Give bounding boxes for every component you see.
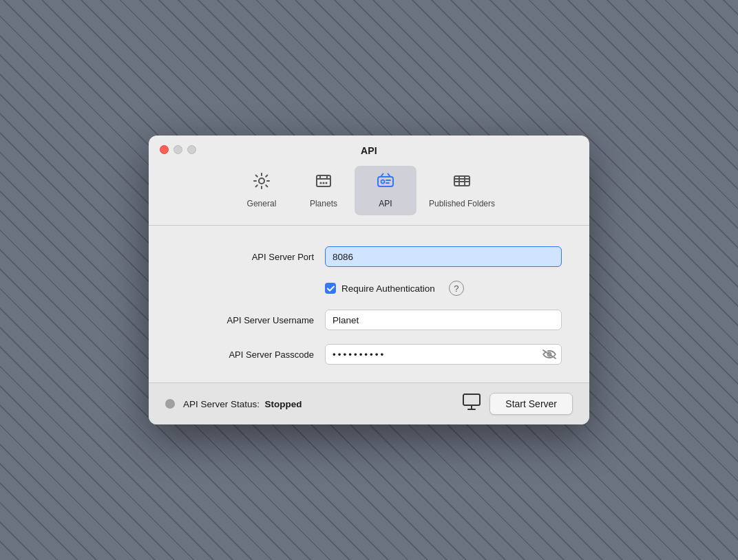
tab-planets[interactable]: Planets — [293, 166, 355, 215]
main-content: API Server Port Require Authentication ?… — [149, 226, 589, 383]
username-input[interactable] — [325, 310, 562, 330]
require-auth-label: Require Authentication — [341, 283, 435, 294]
port-input[interactable] — [325, 246, 562, 267]
svg-point-0 — [259, 178, 264, 184]
tab-general-label: General — [247, 199, 277, 208]
start-server-button[interactable]: Start Server — [489, 393, 573, 415]
tab-general[interactable]: General — [231, 166, 293, 215]
svg-rect-1 — [317, 175, 330, 186]
passcode-label: API Server Passcode — [176, 349, 314, 360]
title-bar: API — [149, 136, 589, 156]
tab-api[interactable]: API — [355, 166, 417, 215]
maximize-button[interactable] — [187, 145, 196, 154]
tab-bar: General Planets — [149, 156, 589, 215]
tab-published-folders-label: Published Folders — [429, 199, 495, 208]
svg-point-2 — [319, 182, 321, 184]
status-text: API Server Status: Stopped — [183, 399, 302, 409]
svg-point-6 — [381, 180, 384, 184]
auth-checkbox-wrapper: Require Authentication — [325, 283, 435, 294]
planets-icon — [314, 171, 333, 195]
port-row: API Server Port — [176, 246, 562, 267]
tab-api-label: API — [379, 199, 392, 208]
tab-planets-label: Planets — [310, 199, 337, 208]
app-window: API General — [149, 136, 589, 424]
gear-icon — [252, 171, 271, 195]
eye-off-icon — [542, 349, 556, 359]
svg-rect-5 — [378, 177, 393, 186]
api-icon — [376, 171, 395, 195]
status-indicator — [165, 399, 175, 409]
status-value: Stopped — [265, 399, 302, 409]
require-auth-checkbox[interactable] — [325, 283, 336, 294]
minimize-button[interactable] — [173, 145, 182, 154]
traffic-lights — [160, 145, 196, 154]
bottom-bar: API Server Status: Stopped Start Server — [149, 383, 589, 424]
port-label: API Server Port — [176, 252, 314, 262]
monitor-icon[interactable] — [462, 393, 481, 415]
svg-point-3 — [322, 182, 324, 184]
passcode-wrapper — [325, 344, 562, 365]
window-title: API — [361, 145, 377, 156]
username-row: API Server Username — [176, 310, 562, 330]
svg-point-4 — [325, 182, 327, 184]
tab-published-folders[interactable]: Published Folders — [417, 166, 507, 215]
auth-row: Require Authentication ? — [176, 281, 562, 296]
status-label: API Server Status: — [183, 399, 260, 409]
username-label: API Server Username — [176, 315, 314, 325]
passcode-input[interactable] — [325, 344, 562, 365]
close-button[interactable] — [160, 145, 169, 154]
svg-rect-9 — [463, 394, 480, 405]
passcode-row: API Server Passcode — [176, 344, 562, 365]
help-button[interactable]: ? — [449, 281, 464, 296]
published-folders-icon — [452, 171, 472, 195]
show-password-button[interactable] — [542, 349, 556, 359]
